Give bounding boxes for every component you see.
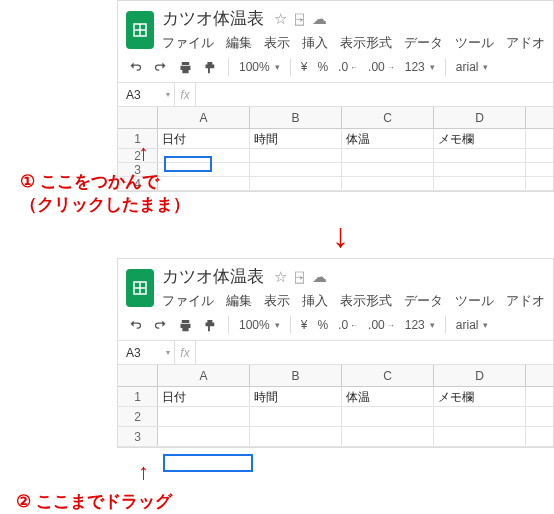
menu-tools[interactable]: ツール <box>455 292 494 310</box>
cell[interactable]: 日付 <box>158 129 250 148</box>
number-format-select[interactable]: 123 <box>405 60 435 74</box>
undo-icon[interactable] <box>128 60 143 75</box>
cell[interactable] <box>342 427 434 446</box>
print-icon[interactable] <box>178 60 193 75</box>
cell[interactable] <box>158 407 250 426</box>
cell[interactable] <box>434 407 526 426</box>
menu-edit[interactable]: 編集 <box>226 292 252 310</box>
col-header-c[interactable]: C <box>342 107 434 128</box>
table-row: 2 <box>118 407 553 427</box>
col-header-a[interactable]: A <box>158 365 250 386</box>
selection-indicator <box>163 454 253 472</box>
col-header-b[interactable]: B <box>250 365 342 386</box>
cell[interactable]: メモ欄 <box>434 387 526 406</box>
font-select[interactable]: arial <box>456 60 496 74</box>
redo-icon[interactable] <box>153 318 168 333</box>
cell[interactable] <box>434 149 526 162</box>
cell[interactable] <box>342 163 434 176</box>
menu-edit[interactable]: 編集 <box>226 34 252 52</box>
cloud-icon[interactable]: ☁ <box>312 268 327 286</box>
undo-icon[interactable] <box>128 318 143 333</box>
currency-button[interactable]: ¥ <box>301 318 308 332</box>
name-box[interactable]: A3 <box>118 88 174 102</box>
redo-icon[interactable] <box>153 60 168 75</box>
cell[interactable]: 体温 <box>342 387 434 406</box>
paint-format-icon[interactable] <box>203 60 218 75</box>
col-header-b[interactable]: B <box>250 107 342 128</box>
percent-button[interactable]: % <box>317 318 328 332</box>
menu-data[interactable]: データ <box>404 34 443 52</box>
step-number: ① <box>20 171 35 192</box>
table-row: 1 日付 時間 体温 メモ欄 <box>118 387 553 407</box>
cell[interactable]: メモ欄 <box>434 129 526 148</box>
decrease-decimal-button[interactable]: .0← <box>338 60 358 74</box>
cell[interactable]: 日付 <box>158 387 250 406</box>
cell[interactable] <box>342 149 434 162</box>
menu-file[interactable]: ファイル <box>162 292 214 310</box>
cell[interactable] <box>250 427 342 446</box>
fx-label: fx <box>174 341 196 364</box>
cell[interactable] <box>158 149 250 162</box>
menu-data[interactable]: データ <box>404 292 443 310</box>
cell[interactable] <box>434 177 526 190</box>
percent-button[interactable]: % <box>317 60 328 74</box>
annotation-step1: ① ここをつかんで （クリックしたまま） <box>20 170 190 216</box>
col-header-a[interactable]: A <box>158 107 250 128</box>
zoom-select[interactable]: 100% <box>239 60 280 74</box>
annotation-text: （クリックしたまま） <box>20 195 190 214</box>
number-format-select[interactable]: 123 <box>405 318 435 332</box>
cloud-icon[interactable]: ☁ <box>312 10 327 28</box>
cell[interactable] <box>250 177 342 190</box>
cell[interactable]: 体温 <box>342 129 434 148</box>
menu-addons[interactable]: アドオ <box>506 34 545 52</box>
cell[interactable] <box>434 427 526 446</box>
cell[interactable]: 時間 <box>250 129 342 148</box>
doc-title[interactable]: カツオ体温表 <box>162 265 264 288</box>
cell[interactable] <box>342 407 434 426</box>
cell[interactable]: 時間 <box>250 387 342 406</box>
col-header-d[interactable]: D <box>434 365 526 386</box>
row-header[interactable]: 3 <box>118 427 158 446</box>
name-box[interactable]: A3 <box>118 346 174 360</box>
zoom-select[interactable]: 100% <box>239 318 280 332</box>
font-select[interactable]: arial <box>456 318 496 332</box>
menu-view[interactable]: 表示 <box>264 34 290 52</box>
col-header-c[interactable]: C <box>342 365 434 386</box>
cell[interactable] <box>250 163 342 176</box>
cell[interactable] <box>342 177 434 190</box>
star-icon[interactable]: ☆ <box>274 268 287 286</box>
move-icon[interactable]: ⍈ <box>295 268 304 286</box>
menu-format[interactable]: 表示形式 <box>340 292 392 310</box>
menu-addons[interactable]: アドオ <box>506 292 545 310</box>
doc-title[interactable]: カツオ体温表 <box>162 7 264 30</box>
move-icon[interactable]: ⍈ <box>295 10 304 28</box>
annotation-text: ここまでドラッグ <box>36 492 172 511</box>
select-all-corner[interactable] <box>118 107 158 128</box>
row-header[interactable]: 1 <box>118 387 158 406</box>
paint-format-icon[interactable] <box>203 318 218 333</box>
menu-insert[interactable]: 挿入 <box>302 34 328 52</box>
cell[interactable] <box>158 427 250 446</box>
toolbar: 100% ¥ % .0← .00→ 123 arial <box>118 310 553 341</box>
row-header[interactable]: 2 <box>118 407 158 426</box>
decrease-decimal-button[interactable]: .0← <box>338 318 358 332</box>
currency-button[interactable]: ¥ <box>301 60 308 74</box>
sheets-logo <box>126 269 154 307</box>
cell[interactable] <box>434 163 526 176</box>
menu-tools[interactable]: ツール <box>455 34 494 52</box>
spreadsheet-top: カツオ体温表 ☆ ⍈ ☁ ファイル 編集 表示 挿入 表示形式 データ ツール … <box>117 0 554 192</box>
col-header-d[interactable]: D <box>434 107 526 128</box>
menu-insert[interactable]: 挿入 <box>302 292 328 310</box>
print-icon[interactable] <box>178 318 193 333</box>
increase-decimal-button[interactable]: .00→ <box>368 318 395 332</box>
cell[interactable] <box>250 149 342 162</box>
increase-decimal-button[interactable]: .00→ <box>368 60 395 74</box>
cell[interactable] <box>250 407 342 426</box>
table-row: 2 <box>118 149 553 163</box>
menu-format[interactable]: 表示形式 <box>340 34 392 52</box>
arrow-down-icon: ↓ <box>332 216 349 255</box>
select-all-corner[interactable] <box>118 365 158 386</box>
menu-view[interactable]: 表示 <box>264 292 290 310</box>
menu-file[interactable]: ファイル <box>162 34 214 52</box>
star-icon[interactable]: ☆ <box>274 10 287 28</box>
